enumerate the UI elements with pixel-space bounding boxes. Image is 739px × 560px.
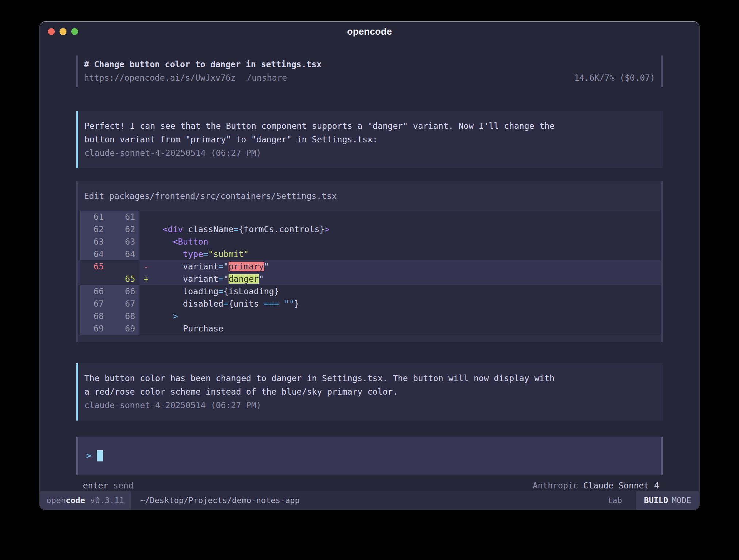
line-number-new: 61: [108, 211, 139, 223]
session-title: # Change button color to danger in setti…: [84, 58, 655, 71]
diff-row: 6666 loading={isLoading}: [78, 285, 661, 298]
diff-sign: [139, 235, 153, 248]
diff-row: 6363 <Button: [78, 235, 661, 248]
edit-tool-block: Edit packages/frontend/src/containers/Se…: [76, 181, 663, 342]
assistant-message-2: The button color has been changed to dan…: [76, 363, 663, 421]
diff-sign: +: [139, 273, 153, 285]
diff-sign: -: [139, 260, 153, 273]
diff-sign: [139, 310, 153, 322]
zoom-window-button[interactable]: [71, 28, 78, 35]
line-number-old: 68: [80, 310, 108, 322]
line-number-old: 63: [80, 235, 108, 248]
message-line: Perfect! I can see that the Button compo…: [84, 119, 656, 133]
send-action-hint: send: [113, 481, 133, 490]
line-number-old: 66: [80, 285, 108, 298]
diff-sign: [139, 298, 153, 310]
mode-segment[interactable]: BUILDMODE: [636, 491, 699, 510]
diff-row: 6262 <div className={formCs.controls}>: [78, 223, 661, 235]
line-number-new: 63: [108, 235, 139, 248]
diff-row: 65+ variant="danger": [78, 273, 661, 285]
diff-sign: [139, 248, 153, 260]
line-number-old: [80, 273, 108, 285]
line-number-new: 64: [108, 248, 139, 260]
window-title: opencode: [40, 22, 699, 41]
diff-code-line: disabled={units === ""}: [153, 298, 661, 310]
diff-sign: [139, 285, 153, 298]
diff-code-line: <div className={formCs.controls}>: [153, 223, 661, 235]
line-number-old: 62: [80, 223, 108, 235]
message-model-timestamp: claude-sonnet-4-20250514 (06:27 PM): [84, 146, 656, 160]
line-number-old: 61: [80, 211, 108, 223]
message-line: The button color has been changed to dan…: [84, 372, 656, 385]
assistant-message-1: Perfect! I can see that the Button compo…: [76, 111, 663, 168]
diff-row: 6161: [78, 211, 661, 223]
message-line: button variant from "primary" to "danger…: [84, 133, 656, 146]
mode-name: BUILD: [644, 496, 668, 505]
diff-code-line: [153, 211, 661, 223]
line-number-new: 66: [108, 285, 139, 298]
diff-sign: [139, 223, 153, 235]
diff-row: 6767 disabled={units === ""}: [78, 298, 661, 310]
app-name-open: open: [46, 496, 66, 505]
diff-sign: [139, 322, 153, 335]
diff-code-line: loading={isLoading}: [153, 285, 661, 298]
line-number-new: [108, 260, 139, 273]
unshare-command[interactable]: /unshare: [246, 73, 287, 83]
edit-tool-title: Edit packages/frontend/src/containers/Se…: [78, 189, 661, 203]
tab-key-hint[interactable]: tab: [608, 491, 622, 510]
diff-code-line: Purchase: [153, 322, 661, 335]
line-number-old: 67: [80, 298, 108, 310]
diff-row: 65 - variant="primary": [78, 260, 661, 273]
message-model-timestamp: claude-sonnet-4-20250514 (06:27 PM): [84, 399, 656, 412]
line-number-old: 64: [80, 248, 108, 260]
line-number-old: 69: [80, 322, 108, 335]
diff-sign: [139, 211, 153, 223]
diff-code-line: variant="primary": [153, 260, 661, 273]
working-directory: ~/Desktop/Projects/demo-notes-app: [140, 491, 608, 510]
diff-code-line: >: [153, 310, 661, 322]
close-window-button[interactable]: [48, 28, 55, 35]
diff-row: 6464 type="submit": [78, 248, 661, 260]
diff-code-line: <Button: [153, 235, 661, 248]
minimize-window-button[interactable]: [60, 28, 66, 35]
share-url-link[interactable]: https://opencode.ai/s/UwJxv76z: [84, 73, 236, 83]
diff-code-line: variant="danger": [153, 273, 661, 285]
titlebar: opencode: [40, 22, 699, 41]
line-number-new: 67: [108, 298, 139, 310]
line-number-new: 68: [108, 310, 139, 322]
hints-row: enter send Anthropic Claude Sonnet 4: [76, 479, 663, 492]
enter-key-hint: enter: [83, 481, 108, 490]
traffic-lights: [48, 28, 78, 35]
message-line: a red/rose color scheme instead of the b…: [84, 385, 656, 399]
line-number-new: 65: [108, 273, 139, 285]
mode-label: MODE: [672, 496, 691, 505]
app-version-segment: opencodev0.3.11: [40, 491, 131, 510]
line-number-new: 62: [108, 223, 139, 235]
provider-name: Anthropic: [533, 481, 578, 490]
opencode-window: opencode # Change button color to danger…: [39, 21, 700, 510]
session-header: # Change button color to danger in setti…: [76, 55, 663, 87]
diff-code-line: type="submit": [153, 248, 661, 260]
context-usage-stats: 14.6K/7% ($0.07): [574, 71, 655, 85]
app-version: v0.3.11: [90, 496, 124, 505]
line-number-old: 65: [80, 260, 108, 273]
chat-input[interactable]: >: [76, 437, 663, 475]
app-name-code: code: [66, 496, 85, 505]
prompt-symbol: >: [86, 451, 91, 460]
diff-row: 6969 Purchase: [78, 322, 661, 335]
diff-rows: 6161 6262 <div className={formCs.control…: [78, 211, 661, 335]
diff-row: 6868 >: [78, 310, 661, 322]
text-cursor: [97, 450, 103, 461]
status-bar: opencodev0.3.11 ~/Desktop/Projects/demo-…: [40, 491, 699, 510]
model-name: Claude Sonnet 4: [583, 481, 659, 490]
line-number-new: 69: [108, 322, 139, 335]
